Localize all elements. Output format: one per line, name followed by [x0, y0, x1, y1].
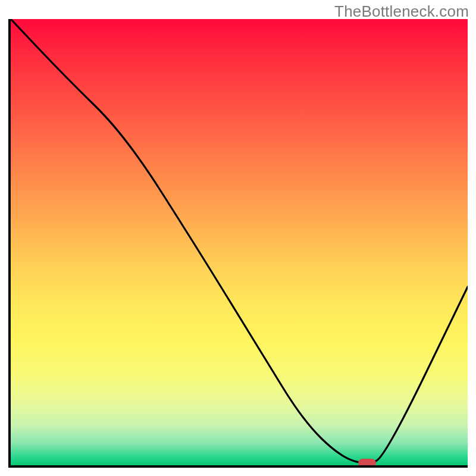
bottleneck-curve-path [11, 19, 468, 463]
optimal-marker [358, 459, 376, 465]
plot-area [8, 19, 468, 468]
watermark-text: TheBottleneck.com [334, 2, 469, 21]
curve-svg [11, 19, 468, 465]
chart-frame: TheBottleneck.com [0, 0, 476, 476]
